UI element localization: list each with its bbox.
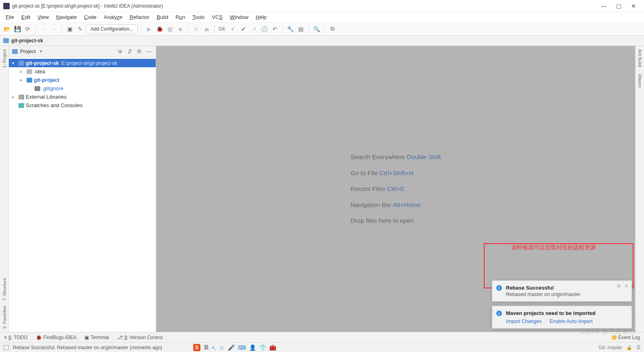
event-log-tab[interactable]: Event Log bbox=[612, 335, 640, 340]
bottom-toolbar: ≡ 6: TODO 🐞 FindBugs-IDEA ▣ Terminal ⎇ 9… bbox=[0, 332, 644, 342]
ime-tool-icon[interactable]: 🧰 bbox=[269, 344, 276, 351]
lock-icon[interactable]: 🔒 bbox=[626, 345, 632, 350]
project-view-selector[interactable]: Project bbox=[20, 49, 36, 54]
statusbar: Rebase Successful: Rebased master on ori… bbox=[0, 342, 644, 352]
folder-icon bbox=[27, 69, 32, 74]
ime-skin-icon[interactable]: 👕 bbox=[259, 344, 266, 351]
menu-file[interactable]: File bbox=[2, 13, 17, 21]
debug-icon[interactable]: 🐞 bbox=[155, 25, 164, 33]
menu-view[interactable]: View bbox=[34, 13, 52, 21]
tool-todo-tab[interactable]: ≡ 6: TODO bbox=[4, 335, 28, 340]
save-icon[interactable]: 💾 bbox=[13, 25, 22, 33]
ime-emoji-icon[interactable]: ☺ bbox=[219, 344, 225, 351]
status-icon[interactable] bbox=[3, 345, 9, 350]
scratch-icon bbox=[19, 103, 24, 108]
settings-icon[interactable]: 🔧 bbox=[286, 25, 295, 33]
git-update-icon[interactable]: ✓ bbox=[229, 25, 237, 33]
link-import-changes[interactable]: Import Changes bbox=[506, 319, 542, 324]
menu-build[interactable]: Build bbox=[153, 13, 171, 21]
editor-area[interactable]: Search Everywhere Double Shift Go to Fil… bbox=[156, 46, 635, 332]
notification-rebase: i ⚙ ✕ Rebase Successful Rebased master o… bbox=[492, 280, 632, 302]
gear-icon[interactable]: ⚙ bbox=[617, 283, 621, 289]
ime-badge[interactable]: S bbox=[193, 344, 200, 351]
git-push-icon[interactable]: ↗ bbox=[250, 25, 258, 33]
menu-vcs[interactable]: VCS bbox=[208, 13, 226, 21]
more-icon[interactable]: ⧉ bbox=[328, 25, 337, 33]
coverage-icon[interactable]: ▦ bbox=[165, 25, 174, 33]
tool-ant-tab[interactable]: Ant Build bbox=[638, 49, 642, 67]
tree-item-scratches[interactable]: Scratches and Consoles bbox=[9, 101, 156, 110]
ime-lang[interactable]: 英 bbox=[204, 344, 209, 351]
run-config-dropdown[interactable]: Add Configuration... bbox=[86, 25, 138, 33]
run-config-label: Add Configuration... bbox=[91, 26, 133, 32]
menu-window[interactable]: Window bbox=[227, 13, 252, 21]
tree-item-external-libraries[interactable]: ▸ External Libraries bbox=[9, 93, 156, 101]
git-branch-status[interactable]: Git: master bbox=[599, 345, 622, 350]
hammer-icon[interactable]: ✎ bbox=[76, 25, 85, 33]
gear-icon[interactable]: ⚙ bbox=[136, 48, 143, 55]
tool-findbugs-tab[interactable]: 🐞 FindBugs-IDEA bbox=[36, 335, 77, 340]
forward-icon[interactable]: → bbox=[50, 25, 58, 33]
menu-analyze[interactable]: Analyze bbox=[101, 13, 126, 21]
chevron-down-icon[interactable]: ▼ bbox=[39, 49, 43, 54]
stop-icon[interactable]: ■ bbox=[176, 25, 185, 33]
search-icon[interactable]: 🔍 bbox=[312, 25, 321, 33]
menu-refactor[interactable]: Refactor bbox=[126, 13, 153, 21]
git-history-icon[interactable]: 🕘 bbox=[260, 25, 269, 33]
notification-maven: i Maven projects need to be imported Imp… bbox=[492, 306, 632, 329]
profile-icon[interactable]: ⎘ bbox=[192, 25, 200, 33]
minimize-button[interactable]: — bbox=[601, 3, 607, 9]
folder-icon bbox=[12, 49, 18, 54]
ime-user-icon[interactable]: 👤 bbox=[249, 344, 256, 351]
back-icon[interactable]: ← bbox=[39, 25, 48, 33]
tool-maven-tab[interactable]: Maven bbox=[638, 74, 642, 87]
attach-icon[interactable]: ⏏ bbox=[202, 25, 211, 33]
tree-root[interactable]: ▾ git-project-sk E:\project-sk\git-proje… bbox=[9, 59, 156, 67]
run-select-icon[interactable]: ▣ bbox=[65, 25, 74, 33]
tool-version-control-tab[interactable]: ⎇ 9: Version Control bbox=[117, 335, 163, 340]
ime-mic-icon[interactable]: 🎤 bbox=[228, 344, 235, 351]
hide-icon[interactable]: — bbox=[145, 48, 153, 55]
locate-icon[interactable]: ⊕ bbox=[116, 48, 124, 55]
maximize-button[interactable]: ▢ bbox=[616, 3, 621, 9]
open-icon[interactable]: 📂 bbox=[2, 25, 11, 33]
ime-keyboard-icon[interactable]: ⌨ bbox=[238, 344, 246, 351]
menu-run[interactable]: Run bbox=[172, 13, 188, 21]
collapse-icon[interactable]: ⇵ bbox=[126, 48, 133, 55]
git-commit-icon[interactable]: ✔ bbox=[239, 25, 248, 33]
project-structure-icon[interactable]: ▤ bbox=[297, 25, 305, 33]
refresh-icon[interactable]: ⟳ bbox=[23, 25, 32, 33]
hector-icon[interactable]: ☰ bbox=[636, 345, 641, 350]
ime-bar: S 英 •, ☺ 🎤 ⌨ 👤 👕 🧰 bbox=[193, 344, 276, 351]
tool-structure-tab[interactable]: 7: Structure bbox=[2, 278, 7, 301]
menu-navigate[interactable]: Navigate bbox=[53, 13, 80, 21]
tree-item-gitproject[interactable]: ▸ git-project bbox=[9, 76, 156, 84]
ime-icon[interactable]: •, bbox=[212, 344, 216, 351]
tool-favorites-tab[interactable]: 2: Favorites bbox=[2, 306, 7, 329]
menu-tools[interactable]: Tools bbox=[189, 13, 208, 21]
tool-terminal-tab[interactable]: ▣ Terminal bbox=[85, 335, 109, 340]
link-enable-auto-import[interactable]: Enable Auto-Import bbox=[549, 319, 592, 324]
info-icon: i bbox=[496, 311, 502, 316]
close-icon[interactable]: ✕ bbox=[624, 283, 628, 289]
tool-project-tab[interactable]: 1: Project bbox=[2, 49, 7, 68]
chevron-right-icon[interactable]: ▸ bbox=[12, 95, 17, 99]
tree-item-idea[interactable]: ▸ .idea bbox=[9, 67, 156, 76]
notification-title: Rebase Successful bbox=[506, 285, 627, 291]
tree-root-path: E:\project-sk\git-project-sk bbox=[61, 60, 117, 66]
menu-code[interactable]: Code bbox=[81, 13, 100, 21]
status-message: Rebase Successful: Rebased master on ori… bbox=[13, 345, 162, 350]
close-button[interactable]: ✕ bbox=[631, 3, 636, 9]
menu-edit[interactable]: Edit bbox=[18, 13, 33, 21]
chevron-right-icon[interactable]: ▸ bbox=[20, 69, 25, 74]
breadcrumb-root[interactable]: git-project-sk bbox=[11, 38, 43, 43]
tree-item-gitignore[interactable]: .gitignore bbox=[9, 84, 156, 93]
titlebar: git-project-sk [E:\project-sk\git-projec… bbox=[0, 0, 644, 12]
chevron-down-icon[interactable]: ▾ bbox=[12, 61, 17, 65]
event-icon bbox=[612, 335, 617, 340]
menu-help[interactable]: Help bbox=[252, 13, 270, 21]
annotation-caption: 这时候就可以拉取对应的远程资源 bbox=[511, 244, 596, 251]
chevron-right-icon[interactable]: ▸ bbox=[20, 78, 25, 82]
git-revert-icon[interactable]: ↶ bbox=[270, 25, 279, 33]
run-icon[interactable]: ▶ bbox=[144, 25, 153, 33]
